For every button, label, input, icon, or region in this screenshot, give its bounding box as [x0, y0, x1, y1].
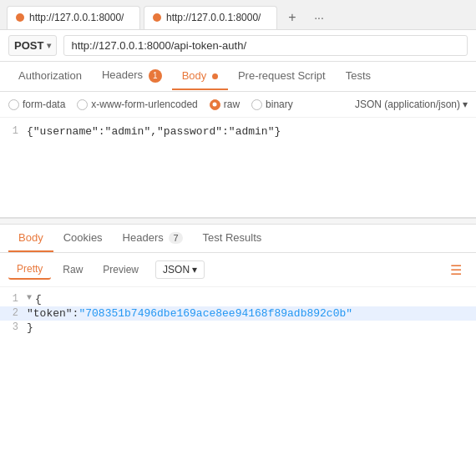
form-data-radio[interactable] [8, 99, 19, 110]
res-line-num-2: 2 [0, 307, 27, 319]
url-encoded-option[interactable]: x-www-form-urlencoded [77, 99, 197, 110]
res-headers-badge: 7 [169, 232, 182, 244]
format-raw[interactable]: Raw [54, 260, 91, 279]
res-tab-test-results[interactable]: Test Results [193, 225, 272, 252]
format-preview[interactable]: Preview [94, 260, 147, 279]
code-line-1: 1 {"username":"admin","password":"admin"… [0, 124, 476, 139]
tab-pre-request[interactable]: Pre-request Script [228, 63, 336, 90]
res-content-3: } [27, 321, 33, 334]
json-type-chevron-icon: ▾ [463, 99, 468, 110]
body-dot [212, 73, 218, 79]
res-content-1: { [35, 293, 42, 306]
response-body: 1 ▼ { 2 "token": "708351b7496dbe169ace8e… [0, 287, 476, 340]
tab-label-2: http://127.0.0.1:8000/ [166, 12, 261, 23]
more-tabs-button[interactable]: ··· [307, 6, 331, 29]
browser-tab-2[interactable]: http://127.0.0.1:8000/ [144, 6, 277, 29]
request-tabs: Authorization Headers 1 Body Pre-request… [0, 62, 476, 92]
browser-tabs: http://127.0.0.1:8000/ http://127.0.0.1:… [0, 0, 476, 30]
url-bar: POST ▾ [0, 30, 476, 62]
response-json-selector[interactable]: JSON ▾ [155, 260, 205, 279]
res-line-num-1: 1 [0, 293, 27, 305]
tab-body[interactable]: Body [172, 63, 228, 90]
res-key-token: "token": [27, 307, 78, 320]
tab-headers[interactable]: Headers 1 [92, 62, 172, 91]
headers-badge: 1 [149, 69, 162, 83]
binary-option[interactable]: binary [251, 99, 293, 110]
format-pretty[interactable]: Pretty [8, 260, 51, 280]
url-input[interactable] [63, 35, 468, 56]
method-label: POST [14, 39, 43, 52]
tab-label-1: http://127.0.0.1:8000/ [29, 12, 124, 23]
line-number-1: 1 [0, 125, 27, 137]
res-line-num-3: 3 [0, 321, 27, 333]
method-selector[interactable]: POST ▾ [8, 35, 57, 56]
res-line-3: 3 } [0, 321, 476, 335]
tab-dot-2 [153, 13, 161, 22]
res-line-2: 2 "token": "708351b7496dbe169ace8ee94168… [0, 306, 476, 321]
form-data-option[interactable]: form-data [8, 99, 65, 110]
res-tab-body[interactable]: Body [8, 225, 53, 252]
raw-option[interactable]: raw [210, 99, 240, 110]
tab-tests[interactable]: Tests [336, 63, 381, 90]
url-encoded-radio[interactable] [77, 99, 88, 110]
browser-tab-1[interactable]: http://127.0.0.1:8000/ [7, 6, 140, 29]
expand-icon-1[interactable]: ▼ [27, 293, 32, 302]
json-type-selector[interactable]: JSON (application/json) ▾ [355, 99, 468, 110]
section-divider [0, 218, 476, 225]
wrap-lines-icon[interactable]: ☰ [444, 258, 468, 281]
res-value-token: "708351b7496dbe169ace8ee94168f89adb892c0… [78, 307, 352, 320]
tab-authorization[interactable]: Authorization [8, 63, 92, 90]
raw-radio[interactable] [210, 99, 220, 110]
code-content-1: {"username":"admin","password":"admin"} [27, 125, 281, 138]
response-json-chevron-icon: ▾ [192, 264, 197, 276]
method-chevron-icon: ▾ [47, 41, 51, 50]
response-toolbar: Pretty Raw Preview JSON ▾ ☰ [0, 253, 476, 287]
tab-dot-1 [16, 13, 24, 22]
code-editor[interactable]: 1 {"username":"admin","password":"admin"… [0, 118, 476, 218]
res-line-1: 1 ▼ { [0, 292, 476, 306]
binary-radio[interactable] [251, 99, 262, 110]
add-tab-button[interactable]: + [281, 6, 304, 29]
body-options: form-data x-www-form-urlencoded raw bina… [0, 92, 476, 118]
response-tabs: Body Cookies Headers 7 Test Results [0, 225, 476, 253]
res-tab-headers[interactable]: Headers 7 [113, 225, 193, 252]
res-tab-cookies[interactable]: Cookies [53, 225, 113, 252]
